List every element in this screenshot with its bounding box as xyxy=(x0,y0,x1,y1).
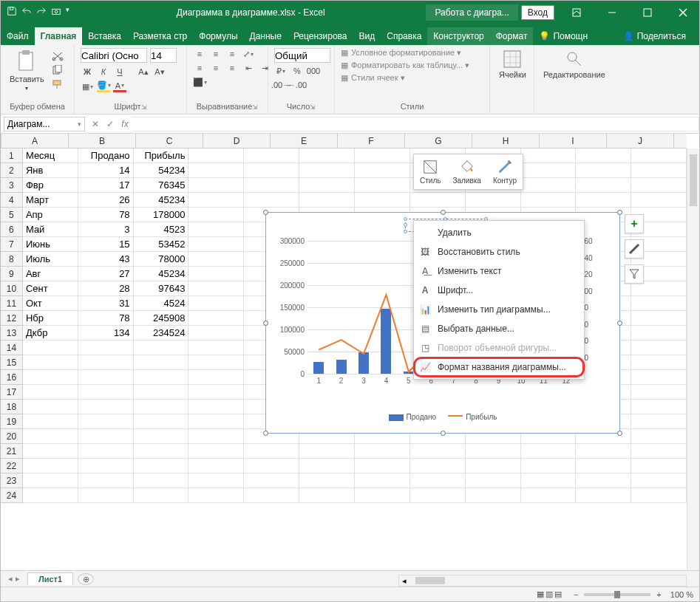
cell[interactable] xyxy=(631,193,687,208)
align-top-icon[interactable]: ≡ xyxy=(193,48,206,60)
cell[interactable] xyxy=(23,341,78,355)
paste-button[interactable]: Вставить ▾ xyxy=(7,48,47,93)
cut-icon[interactable] xyxy=(52,51,64,63)
cell[interactable] xyxy=(576,444,631,459)
cell[interactable] xyxy=(466,193,521,208)
cell[interactable] xyxy=(631,311,687,326)
formula-input[interactable] xyxy=(132,117,699,131)
tab-help[interactable]: Справка xyxy=(381,27,427,45)
cell[interactable] xyxy=(244,459,299,473)
mini-fill-button[interactable]: Заливка xyxy=(446,157,487,186)
cell[interactable] xyxy=(244,473,299,488)
horizontal-scrollbar[interactable]: ◂ xyxy=(398,575,687,586)
cell[interactable] xyxy=(299,193,355,208)
cell[interactable] xyxy=(188,400,244,414)
format-as-table-button[interactable]: ▦Форматировать как таблицу... ▾ xyxy=(341,61,469,70)
cell[interactable] xyxy=(188,178,244,193)
cell[interactable]: 234524 xyxy=(134,326,189,341)
cell[interactable]: Окт xyxy=(23,296,78,311)
cell[interactable] xyxy=(466,459,521,473)
cell[interactable] xyxy=(521,148,577,163)
row-header[interactable]: 13 xyxy=(1,326,23,341)
cell[interactable]: 76345 xyxy=(134,178,189,193)
align-center-icon[interactable]: ≡ xyxy=(209,62,222,74)
cell[interactable]: Апр xyxy=(23,208,78,222)
cell[interactable] xyxy=(188,311,244,326)
ribbon-options-icon[interactable] xyxy=(560,1,593,24)
indent-dec-icon[interactable]: ⇤ xyxy=(242,62,255,74)
underline-button[interactable]: Ч xyxy=(113,66,126,78)
column-header[interactable]: I xyxy=(540,134,607,148)
cell[interactable] xyxy=(576,488,631,503)
cell[interactable]: Месяц xyxy=(23,148,78,163)
cell[interactable] xyxy=(188,326,244,341)
cell[interactable] xyxy=(576,178,631,193)
align-left-icon[interactable]: ≡ xyxy=(193,62,206,74)
cell[interactable] xyxy=(134,341,189,355)
cell[interactable]: 14 xyxy=(78,163,134,178)
cell[interactable] xyxy=(78,341,134,355)
mini-outline-button[interactable]: Контур xyxy=(487,157,523,186)
ctx-font[interactable]: AШрифт... xyxy=(414,281,584,300)
zoom-out-button[interactable]: − xyxy=(574,590,578,599)
cell[interactable]: 78 xyxy=(78,311,134,326)
cell[interactable]: 78000 xyxy=(134,252,189,267)
cell[interactable] xyxy=(78,414,134,429)
currency-icon[interactable]: ₽ xyxy=(274,65,288,77)
row-header[interactable]: 4 xyxy=(1,193,23,208)
orientation-icon[interactable]: ⤢ xyxy=(242,48,255,60)
tab-format[interactable]: Формат xyxy=(490,27,534,45)
cell[interactable] xyxy=(244,488,299,503)
ctx-edit-text[interactable]: A͟Изменить текст xyxy=(414,261,584,281)
cell[interactable] xyxy=(355,459,410,473)
sheet-nav[interactable]: ◂ ▸ xyxy=(1,574,27,584)
ctx-format-chart-title[interactable]: 📈Формат названия диаграммы... xyxy=(414,358,584,377)
cell[interactable] xyxy=(521,473,577,488)
cell[interactable] xyxy=(466,444,521,459)
cell[interactable] xyxy=(631,400,687,414)
cell[interactable]: 43 xyxy=(78,252,134,267)
cell[interactable]: 26 xyxy=(78,193,134,208)
cell[interactable]: Май xyxy=(23,222,78,237)
cell[interactable] xyxy=(188,429,244,444)
cell[interactable] xyxy=(410,488,466,503)
cell[interactable]: Янв xyxy=(23,163,78,178)
qat-more-icon[interactable]: ▾ xyxy=(66,6,69,18)
cell[interactable] xyxy=(466,488,521,503)
cell[interactable] xyxy=(576,459,631,473)
column-header[interactable]: J xyxy=(607,134,674,148)
cell[interactable] xyxy=(23,414,78,429)
new-sheet-button[interactable]: ⊕ xyxy=(78,573,94,585)
row-header[interactable]: 14 xyxy=(1,341,23,355)
cell[interactable] xyxy=(355,163,410,178)
tab-design[interactable]: Конструктор xyxy=(427,27,489,45)
tell-me[interactable]: 💡Помощн xyxy=(533,27,594,45)
cell[interactable]: Фвр xyxy=(23,178,78,193)
cell-styles-button[interactable]: ▦Стили ячеек ▾ xyxy=(341,73,405,83)
tab-data[interactable]: Данные xyxy=(244,27,288,45)
cell[interactable]: Март xyxy=(23,193,78,208)
cell[interactable] xyxy=(299,459,355,473)
cell[interactable] xyxy=(23,459,78,473)
zoom-slider[interactable] xyxy=(584,593,650,596)
cell[interactable] xyxy=(78,400,134,414)
tab-formulas[interactable]: Формулы xyxy=(193,27,243,45)
editing-button[interactable]: Редактирование xyxy=(540,48,608,81)
ctx-delete[interactable]: Удалить xyxy=(414,223,584,242)
column-header[interactable]: K xyxy=(674,134,699,148)
row-header[interactable]: 24 xyxy=(1,488,23,503)
cell[interactable] xyxy=(355,148,410,163)
row-header[interactable]: 16 xyxy=(1,370,23,385)
chart-styles-button[interactable] xyxy=(625,239,644,259)
view-page-layout-icon[interactable]: ▥ xyxy=(546,589,553,599)
enter-fx-icon[interactable]: ✓ xyxy=(103,119,118,129)
maximize-icon[interactable] xyxy=(631,1,664,24)
cell[interactable] xyxy=(188,444,244,459)
column-header[interactable]: F xyxy=(338,134,405,148)
tab-view[interactable]: Вид xyxy=(353,27,381,45)
chart-legend[interactable]: Продано Прибыль xyxy=(272,413,614,421)
cell[interactable]: 134 xyxy=(78,326,134,341)
column-header[interactable]: C xyxy=(136,134,203,148)
save-icon[interactable] xyxy=(7,6,17,18)
cell[interactable] xyxy=(299,148,355,163)
